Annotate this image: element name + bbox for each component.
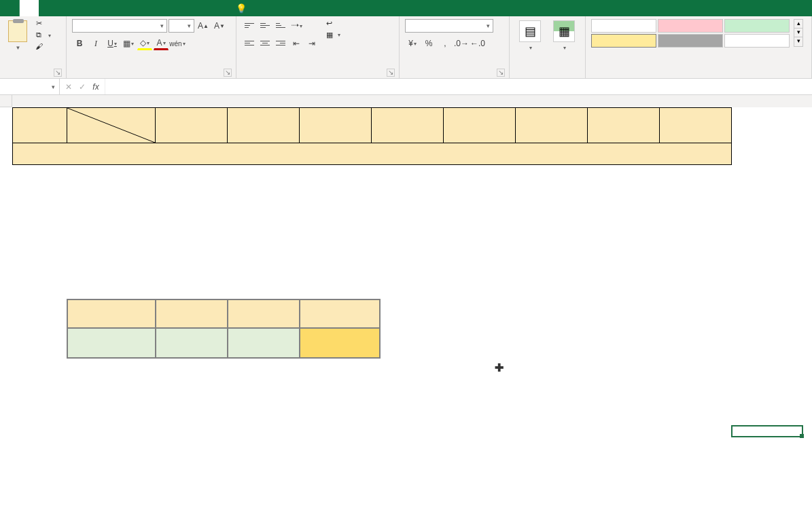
group-font: ▾ ▾ A▲ A▼ B I U▾ ▦▾ ◇▾ A▾ wén▾ ↘ [67,16,236,78]
sheet: ✚ [0,95,812,527]
cut-button[interactable]: ✂ [34,19,51,29]
style-calculation[interactable] [591,34,656,48]
underline-button[interactable]: U▾ [105,37,120,50]
style-check-cell[interactable] [658,34,723,48]
group-alignment: ⭬▾ ⇤ ⇥ ↩ ▦▾ ↘ [236,16,400,78]
group-styles-buttons: ▤ ▾ ▦ ▾ [510,16,586,78]
group-cell-styles: ▴ ▾ ▾ [586,16,812,78]
tell-me-search[interactable]: 💡 [229,0,256,16]
name-box[interactable]: ▾ [0,79,60,94]
dialog-launcher-icon[interactable]: ↘ [224,69,232,77]
group-font-label: ↘ [72,75,230,77]
dialog-launcher-icon[interactable]: ↘ [497,69,505,77]
ribbon-tab-bar: 💡 [0,0,812,16]
decrease-indent-button[interactable]: ⇤ [289,37,304,50]
formula-bar-row: ▾ ✕ ✓ fx [0,79,812,95]
increase-decimal-button[interactable]: .0→ [454,37,469,50]
tab-developer[interactable] [153,0,172,16]
font-name-combo[interactable]: ▾ [72,19,167,33]
brush-icon: 🖌 [34,42,43,52]
accounting-button[interactable]: ¥▾ [405,37,420,50]
enter-formula-icon[interactable]: ✓ [76,82,88,92]
align-middle-button[interactable] [258,19,272,31]
tab-layout[interactable] [58,0,77,16]
bulb-icon: 💡 [236,3,247,14]
tab-powerpivot[interactable] [210,0,229,16]
gallery-more-icon[interactable]: ▾ [794,37,802,46]
lookup-result-cell [300,328,380,358]
bold-button[interactable]: B [72,37,87,50]
lookup-header [228,299,300,328]
increase-indent-button[interactable]: ⇥ [304,37,319,50]
comma-button[interactable]: , [438,37,453,50]
lookup-year-cell[interactable] [228,328,300,358]
gallery-down-icon[interactable]: ▾ [794,29,802,37]
align-bottom-button[interactable] [273,19,288,31]
chevron-down-icon: ▾ [48,33,51,39]
wrap-text-button[interactable]: ↩ [326,19,340,28]
gallery-spinner[interactable]: ▴ ▾ ▾ [794,19,803,47]
tab-review[interactable] [115,0,134,16]
wrap-icon: ↩ [326,19,332,28]
tab-addins[interactable] [172,0,191,16]
tab-insert[interactable] [39,0,58,16]
tab-data[interactable] [96,0,115,16]
font-color-button[interactable]: A▾ [154,37,169,50]
style-bad[interactable] [658,19,723,33]
percent-button[interactable]: % [421,37,436,50]
style-good[interactable] [724,19,790,33]
scissors-icon: ✂ [34,19,43,29]
align-left-button[interactable] [242,37,257,49]
lookup-name-cell[interactable] [67,328,156,358]
fx-icon[interactable]: fx [90,82,102,92]
italic-button[interactable]: I [88,37,103,50]
orientation-button[interactable]: ⭬▾ [289,19,304,33]
number-format-combo[interactable]: ▾ [405,19,493,33]
tab-file[interactable] [0,0,20,16]
copy-icon: ⧉ [34,31,43,40]
align-right-button[interactable] [273,37,288,49]
format-as-table-button[interactable]: ▦ ▾ [549,19,579,52]
conditional-format-icon: ▤ [519,20,541,42]
font-size-combo[interactable]: ▾ [169,19,194,33]
style-normal[interactable] [591,19,656,33]
tab-home[interactable] [20,0,39,16]
style-explanatory[interactable] [724,34,790,48]
align-center-button[interactable] [258,37,272,49]
formula-bar[interactable] [105,79,812,94]
chevron-down-icon: ▾ [160,22,164,29]
lookup-header [67,299,156,328]
ribbon: ▼ ✂ ⧉▾ 🖌 ↘ ▾ ▾ A▲ A▼ B I U▾ ▦▾ ◇▾ [0,16,812,79]
decrease-font-button[interactable]: A▼ [212,19,227,33]
copy-button[interactable]: ⧉▾ [34,31,51,40]
decrease-decimal-button[interactable]: ←.0 [470,37,485,50]
lookup-table [67,299,381,359]
group-number: ▾ ¥▾ % , .0→ ←.0 ↘ [400,16,510,78]
merge-center-button[interactable]: ▦▾ [326,31,340,39]
cancel-formula-icon[interactable]: ✕ [63,82,75,92]
header-product [13,108,67,143]
gallery-up-icon[interactable]: ▴ [794,20,802,29]
group-clipboard: ▼ ✂ ⧉▾ 🖌 ↘ [0,16,67,78]
tab-help[interactable] [191,0,210,16]
dialog-launcher-icon[interactable]: ↘ [387,69,395,77]
lookup-product-cell[interactable] [156,328,228,358]
conditional-format-button[interactable]: ▤ ▾ [515,19,545,52]
table-icon: ▦ [553,20,575,42]
header-person [372,108,444,143]
header-person [660,108,732,143]
align-top-button[interactable] [242,19,257,31]
format-painter-button[interactable]: 🖌 [34,42,51,52]
merge-icon: ▦ [326,31,333,39]
borders-button[interactable]: ▦▾ [121,37,136,50]
group-alignment-label: ↘ [242,75,393,77]
select-all-corner[interactable] [0,95,12,107]
increase-font-button[interactable]: A▲ [196,19,211,33]
tab-formulas[interactable] [77,0,96,16]
paste-button[interactable]: ▼ [5,19,30,52]
dialog-launcher-icon[interactable]: ↘ [54,69,62,77]
svg-line-0 [67,108,155,143]
fill-color-button[interactable]: ◇▾ [137,37,152,50]
phonetic-button[interactable]: wén▾ [170,37,185,50]
tab-view[interactable] [134,0,153,16]
